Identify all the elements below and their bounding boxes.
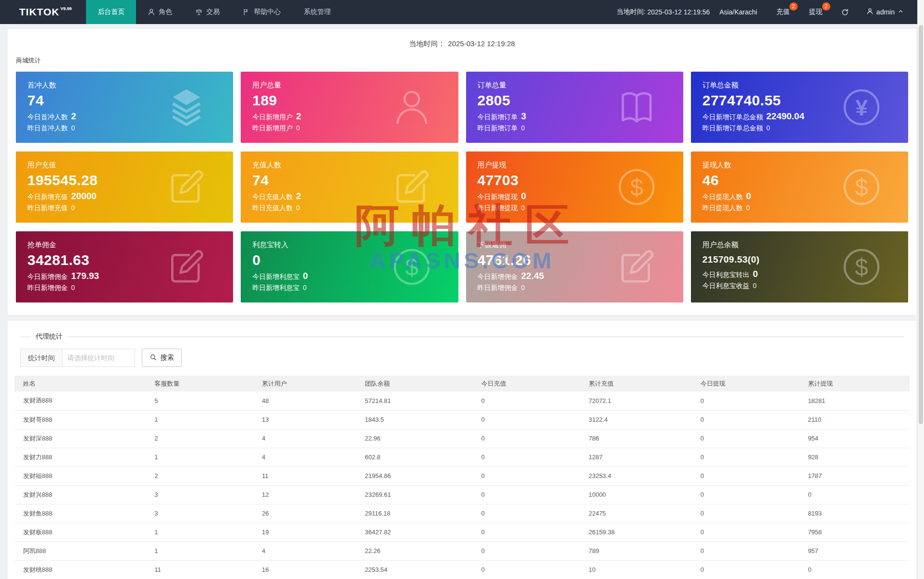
nav-item-1[interactable]: 后台首页 (86, 0, 136, 24)
table-row: 发财鱼88832629116.1802247508193 (14, 504, 910, 523)
page-scrollbar[interactable] (917, 0, 924, 579)
table-cell: 1 (148, 541, 256, 560)
yen-circle-icon: ¥ (842, 88, 881, 127)
table-cell: 928 (802, 448, 910, 466)
table-cell: 13 (256, 410, 359, 429)
svg-text:$: $ (855, 254, 868, 280)
stat-card-line-value: 0 (521, 124, 525, 132)
filter-time-label: 统计时间 (20, 349, 62, 367)
filter-time-input[interactable] (62, 349, 135, 367)
table-cell: 10000 (583, 485, 695, 504)
stat-card-line-label: 今日新增佣金 (27, 273, 68, 281)
table-cell: 发财福888 (14, 466, 148, 485)
page-scrollbar-thumb[interactable] (919, 25, 923, 424)
table-cell: 21954.86 (359, 466, 475, 485)
app-logo-text: TIKTOK (19, 6, 60, 18)
table-cell: 0 (695, 429, 802, 448)
stat-card-withdraw-users: 提现人数46今日提现人数0昨日提现人数0$ (691, 151, 908, 223)
table-header-cell: 今日提现 (695, 376, 802, 391)
table-row: 发财兴88831223269.6101000000 (14, 485, 910, 504)
table-cell: 0 (802, 560, 910, 579)
edit-icon (167, 167, 206, 207)
stat-card-line-value: 0 (753, 269, 758, 279)
dollar-circle-icon: $ (842, 167, 881, 207)
table-cell: 18281 (802, 391, 910, 410)
refresh-icon[interactable] (832, 0, 858, 24)
nav-item-2[interactable]: 角色 (136, 0, 184, 24)
stat-card-line-value: 0 (71, 284, 75, 291)
table-cell: 0 (475, 485, 583, 504)
nav-item-3[interactable]: 交易 (184, 0, 231, 24)
table-cell: 0 (475, 504, 583, 523)
table-cell: 48 (256, 391, 359, 410)
table-cell: 0 (475, 448, 583, 466)
nav-item-label: 角色 (159, 8, 172, 16)
table-cell: 11 (148, 560, 256, 579)
table-cell: 26159.38 (583, 523, 695, 541)
user-menu[interactable]: admin (858, 0, 924, 24)
table-cell: 36427.82 (359, 523, 475, 541)
table-cell: 1843.5 (359, 410, 475, 429)
table-cell: 22.96 (359, 429, 475, 448)
dollar-circle-icon: $ (617, 167, 656, 207)
table-cell: 1 (148, 448, 256, 466)
page-body: 当地时间：2025-03-12 12:19:28 商城统计 首冲人数74今日首冲… (0, 24, 924, 579)
table-cell: 11 (256, 466, 359, 485)
table-cell: 0 (475, 391, 583, 410)
search-button[interactable]: 搜索 (142, 349, 182, 367)
stat-card-line-label: 今日新增提现 (478, 193, 518, 201)
table-header-cell: 姓名 (14, 376, 148, 391)
table-header-cell: 累计充值 (583, 376, 695, 391)
table-header-cell: 累计提现 (802, 376, 910, 391)
nav-item-label: 交易 (206, 8, 220, 16)
table-cell: 5 (148, 391, 256, 410)
table-cell: 1 (148, 410, 256, 429)
table-cell: 3 (148, 504, 256, 523)
stat-card-line-label: 今日提现人数 (702, 193, 743, 201)
nav-item-5[interactable]: 系统管理 (292, 0, 342, 24)
table-cell: 72072.1 (583, 391, 695, 410)
chevron-up-icon (898, 8, 904, 16)
user-icon (148, 8, 155, 16)
navbar-menu: 后台首页角色交易帮助中心系统管理 (86, 0, 342, 24)
table-row: 发财福88821121954.86023253.401787 (14, 466, 910, 485)
recharge-button[interactable]: 充值 2 (767, 0, 800, 24)
table-cell: 0 (695, 523, 802, 541)
table-cell: 0 (475, 541, 583, 560)
stat-card-line-value: 2 (296, 111, 301, 122)
stat-card-line-label: 昨日新增订单 (478, 124, 518, 133)
table-cell: 2253.54 (359, 560, 475, 579)
table-cell: 8193 (802, 504, 910, 523)
stat-card-line-label: 今日利息宝转出 (702, 271, 750, 279)
stat-card-first-recharge-users: 首冲人数74今日首冲人数2昨日首冲人数0 (16, 72, 233, 143)
navbar-local-time-label: 当地时间: (616, 8, 645, 16)
stat-card-order-total-amount: 订单总金额2774740.55今日新增订单总金额22490.04昨日新增订单总金… (691, 72, 908, 143)
table-cell: 0 (695, 466, 802, 485)
user-icon (866, 8, 874, 16)
search-icon (149, 353, 157, 363)
stat-card-total-orders: 订单总量2805今日新增订单3昨日新增订单0 (466, 72, 683, 143)
withdraw-button[interactable]: 提现 2 (800, 0, 832, 24)
table-header-cell: 团队余额 (359, 376, 475, 391)
table-header-cell: 累计用户 (256, 376, 359, 391)
stat-card-line-label: 今日新增利息宝 (252, 273, 299, 281)
stat-card-line-label: 昨日首冲人数 (27, 124, 68, 133)
flag-icon (243, 8, 250, 16)
stat-card-line-label: 昨日充值人数 (252, 204, 293, 213)
svg-text:$: $ (405, 254, 419, 280)
table-cell: 789 (583, 541, 695, 560)
stat-card-user-withdraw: 用户提现47703今日新增提现0昨日新增提现0$ (466, 151, 683, 223)
dollar-circle-icon: $ (842, 247, 881, 287)
table-cell: 4 (256, 541, 359, 560)
table-cell: 7958 (802, 523, 910, 541)
nav-item-4[interactable]: 帮助中心 (231, 0, 292, 24)
table-cell: 发财酒888 (14, 391, 148, 410)
stats-section-title: 商城统计 (16, 56, 908, 65)
nav-item-label: 系统管理 (304, 8, 331, 16)
stat-card-recharge-users: 充值人数74今日充值人数2昨日充值人数0 (241, 151, 458, 223)
panel-local-time-label: 当地时间： (409, 39, 445, 48)
stat-card-interest-transfer-in: 利息宝转入0今日新增利息宝0昨日新增利息宝0$ (241, 231, 458, 302)
stat-card-line-label: 昨日新增佣金 (27, 284, 68, 292)
stat-card-line-label: 今日首冲人数 (27, 113, 68, 122)
app-logo[interactable]: TIKTOK V9.99 (0, 0, 86, 24)
